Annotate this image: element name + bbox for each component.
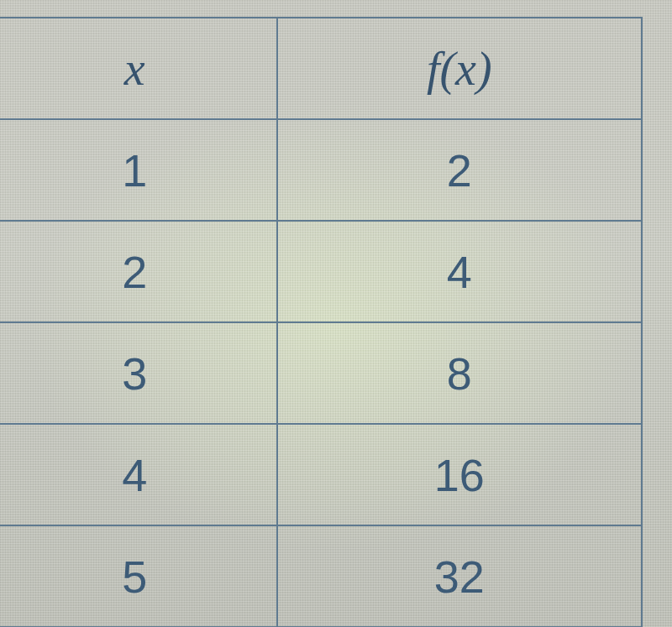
column-header-x: x xyxy=(0,18,277,119)
cell-x: 2 xyxy=(0,221,277,322)
function-table-frame: x f(x) 1 2 2 4 3 8 4 16 5 32 xyxy=(0,0,672,627)
cell-fx: 4 xyxy=(277,221,643,322)
function-table: x f(x) 1 2 2 4 3 8 4 16 5 32 xyxy=(0,17,643,627)
cell-fx: 16 xyxy=(277,424,643,525)
column-header-fx: f(x) xyxy=(277,18,643,119)
cell-fx: 8 xyxy=(277,322,643,424)
cell-x: 4 xyxy=(0,424,277,525)
table-row: 4 16 xyxy=(0,424,642,525)
cell-fx: 32 xyxy=(277,525,643,627)
cell-x: 5 xyxy=(0,525,277,627)
table-row: 2 4 xyxy=(0,221,642,322)
table-row: 5 32 xyxy=(0,525,642,627)
cell-x: 3 xyxy=(0,322,277,424)
table-header-row: x f(x) xyxy=(0,18,642,119)
table-row: 1 2 xyxy=(0,119,642,221)
cell-fx: 2 xyxy=(277,119,643,221)
cell-x: 1 xyxy=(0,119,277,221)
table-row: 3 8 xyxy=(0,322,642,424)
